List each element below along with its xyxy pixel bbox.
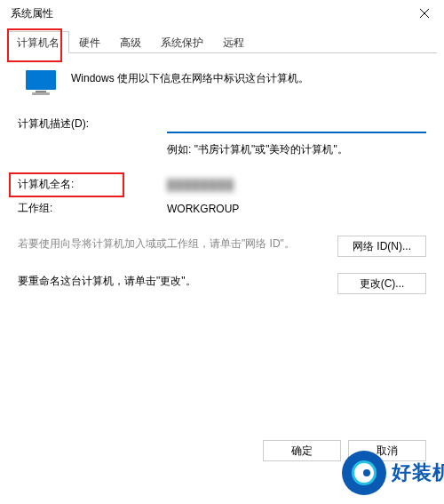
header-text: Windows 使用以下信息在网络中标识这台计算机。	[71, 68, 309, 86]
row-fullname: 计算机全名: ████████	[18, 177, 426, 192]
close-button[interactable]	[404, 0, 444, 27]
watermark-logo-icon	[342, 451, 386, 495]
svg-rect-0	[26, 70, 56, 90]
content-panel: Windows 使用以下信息在网络中标识这台计算机。 计算机描述(D): 例如:…	[0, 53, 444, 294]
tab-computer-name[interactable]: 计算机名	[7, 31, 69, 53]
svg-rect-2	[32, 92, 50, 95]
value-fullname: ████████	[167, 179, 234, 191]
row-network-id: 若要使用向导将计算机加入域或工作组，请单击"网络 ID"。 网络 ID(N)..…	[18, 236, 426, 257]
watermark-text: 好装机	[392, 460, 444, 486]
input-description[interactable]	[167, 114, 426, 133]
button-network-id[interactable]: 网络 ID(N)...	[337, 236, 426, 257]
row-rename: 要重命名这台计算机，请单击"更改"。 更改(C)...	[18, 273, 426, 294]
window-title: 系统属性	[7, 6, 53, 21]
button-rename[interactable]: 更改(C)...	[337, 273, 426, 294]
close-icon	[420, 9, 429, 18]
example-text: 例如: "书房计算机"或"美玲的计算机"。	[167, 142, 426, 157]
label-workgroup: 工作组:	[18, 201, 167, 216]
svg-rect-1	[36, 91, 46, 92]
label-description: 计算机描述(D):	[18, 116, 167, 132]
tab-system-protection[interactable]: 系统保护	[151, 31, 213, 53]
row-description: 计算机描述(D):	[18, 114, 426, 133]
tab-remote[interactable]: 远程	[213, 31, 254, 53]
row-workgroup: 工作组: WORKGROUP	[18, 201, 426, 216]
watermark: 好装机	[342, 451, 444, 495]
text-network-id: 若要使用向导将计算机加入域或工作组，请单击"网络 ID"。	[18, 236, 329, 252]
text-rename: 要重命名这台计算机，请单击"更改"。	[18, 273, 329, 289]
label-fullname: 计算机全名:	[18, 177, 167, 192]
ok-button[interactable]: 确定	[263, 440, 341, 461]
monitor-icon	[25, 69, 57, 96]
value-workgroup: WORKGROUP	[167, 203, 239, 215]
tab-bar: 计算机名 硬件 高级 系统保护 远程	[7, 30, 437, 53]
header-row: Windows 使用以下信息在网络中标识这台计算机。	[18, 68, 426, 96]
tab-advanced[interactable]: 高级	[110, 31, 151, 53]
titlebar: 系统属性	[0, 0, 444, 27]
tab-hardware[interactable]: 硬件	[69, 31, 110, 53]
